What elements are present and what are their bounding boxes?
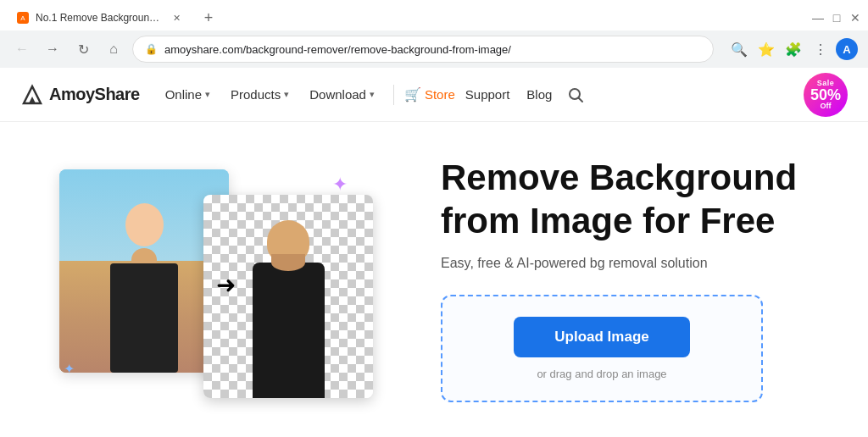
title-bar: A No.1 Remove Background from ... ✕ + — … bbox=[0, 0, 868, 30]
minimize-button[interactable]: — bbox=[812, 12, 824, 24]
reload-button[interactable]: ↻ bbox=[71, 37, 95, 61]
nav-divider bbox=[393, 85, 394, 105]
sale-off: Off bbox=[821, 102, 832, 110]
nav-item-support[interactable]: Support bbox=[459, 87, 517, 102]
nav-item-online[interactable]: Online ▾ bbox=[157, 82, 219, 107]
upload-image-button[interactable]: Upload Image bbox=[514, 317, 689, 357]
browser-tab[interactable]: A No.1 Remove Background from ... ✕ bbox=[7, 6, 193, 30]
address-bar: ← → ↻ ⌂ 🔒 amoyshare.com/background-remov… bbox=[0, 30, 868, 68]
upload-dropzone[interactable]: Upload Image or drag and drop an image bbox=[441, 295, 763, 402]
browser-settings-icon[interactable]: ⋮ bbox=[809, 37, 832, 61]
back-button[interactable]: ← bbox=[10, 37, 34, 61]
chevron-down-icon: ▾ bbox=[370, 89, 375, 100]
window-controls: — □ ✕ bbox=[812, 12, 861, 24]
svg-line-3 bbox=[579, 97, 583, 102]
maximize-button[interactable]: □ bbox=[831, 12, 843, 24]
demo-images: ➜ ✦ ✦ bbox=[51, 152, 407, 407]
sparkle-bottom-icon: ✦ bbox=[64, 361, 75, 377]
sale-percent: 50% bbox=[810, 87, 841, 102]
browser-chrome: A No.1 Remove Background from ... ✕ + — … bbox=[0, 0, 868, 68]
logo[interactable]: AmoyShare bbox=[20, 83, 140, 107]
main-content: ➜ ✦ ✦ Remove Background from Image for F… bbox=[0, 122, 868, 437]
subtext: Easy, free & AI-powered bg removal solut… bbox=[441, 256, 817, 271]
url-bar[interactable]: 🔒 amoyshare.com/background-remover/remov… bbox=[132, 36, 714, 63]
extensions-icon[interactable]: 🧩 bbox=[782, 37, 805, 61]
tab-favicon: A bbox=[17, 12, 29, 24]
close-window-button[interactable]: ✕ bbox=[849, 12, 861, 24]
search-browser-icon[interactable]: 🔍 bbox=[727, 37, 751, 61]
chevron-down-icon: ▾ bbox=[205, 89, 210, 100]
hero-text-area: Remove Background from Image for Free Ea… bbox=[441, 157, 817, 402]
browser-toolbar-icons: 🔍 ⭐ 🧩 ⋮ A bbox=[727, 37, 858, 61]
website: AmoyShare Online ▾ Products ▾ Download ▾… bbox=[0, 68, 868, 437]
profile-avatar[interactable]: A bbox=[836, 38, 858, 60]
forward-button[interactable]: → bbox=[41, 37, 64, 61]
site-nav: AmoyShare Online ▾ Products ▾ Download ▾… bbox=[0, 68, 868, 122]
sparkle-top-icon: ✦ bbox=[332, 174, 348, 196]
logo-icon bbox=[20, 83, 44, 107]
new-tab-button[interactable]: + bbox=[197, 6, 220, 30]
drag-drop-text: or drag and drop an image bbox=[537, 368, 666, 380]
nav-item-store[interactable]: 🛒 Store bbox=[404, 86, 455, 102]
home-button[interactable]: ⌂ bbox=[102, 37, 125, 61]
url-text: amoyshare.com/background-remover/remove-… bbox=[164, 43, 701, 56]
cart-icon: 🛒 bbox=[404, 86, 421, 102]
nav-links: Online ▾ Products ▾ Download ▾ 🛒 Store S… bbox=[157, 81, 797, 108]
bookmark-icon[interactable]: ⭐ bbox=[754, 37, 778, 61]
tab-title: No.1 Remove Background from ... bbox=[36, 12, 163, 24]
tab-close-button[interactable]: ✕ bbox=[170, 11, 183, 25]
logo-text: AmoyShare bbox=[49, 85, 140, 104]
chevron-down-icon: ▾ bbox=[284, 89, 289, 100]
arrow-icon: ➜ bbox=[216, 271, 236, 299]
nav-item-products[interactable]: Products ▾ bbox=[222, 82, 298, 107]
search-button[interactable] bbox=[562, 81, 589, 108]
search-icon bbox=[567, 86, 584, 103]
lock-icon: 🔒 bbox=[145, 43, 158, 55]
nav-item-blog[interactable]: Blog bbox=[520, 87, 559, 102]
nav-item-download[interactable]: Download ▾ bbox=[301, 82, 383, 107]
sale-badge[interactable]: Sale 50% Off bbox=[804, 73, 848, 117]
headline: Remove Background from Image for Free bbox=[441, 157, 817, 242]
svg-marker-1 bbox=[29, 97, 36, 103]
